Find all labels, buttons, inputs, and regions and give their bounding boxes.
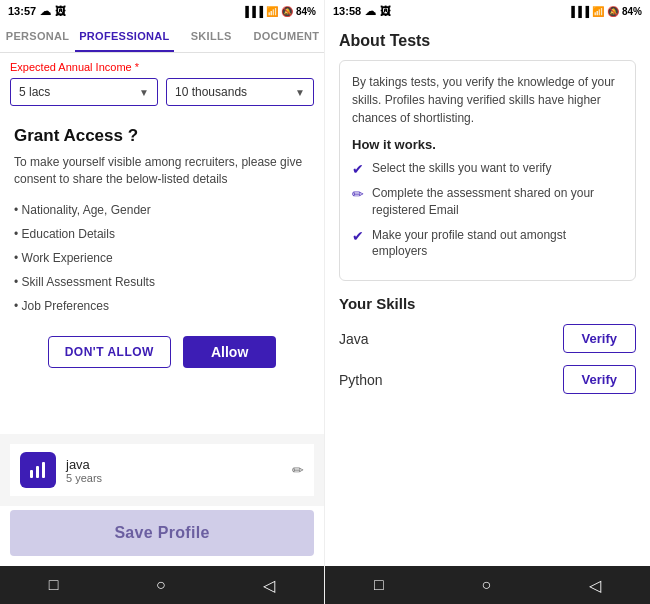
bottom-nav-left: □ ○ ◁ xyxy=(0,566,324,604)
income-row: 5 lacs ▼ 10 thousands ▼ xyxy=(10,78,314,106)
about-intro: By takings tests, you verify the knowled… xyxy=(352,73,623,127)
mute-icon-r: 🔕 xyxy=(607,6,619,17)
bottom-nav-right: □ ○ ◁ xyxy=(325,566,650,604)
cloud-icon: ☁ xyxy=(40,5,51,18)
list-item: Job Preferences xyxy=(14,294,310,318)
check-icon-1: ✔ xyxy=(352,161,364,177)
save-profile-button[interactable]: Save Profile xyxy=(10,510,314,556)
photo-icon: 🖼 xyxy=(55,5,66,17)
income-label: Expected Annual Income * xyxy=(10,61,314,73)
list-item: Skill Assessment Results xyxy=(14,270,310,294)
svg-rect-2 xyxy=(42,462,45,478)
verify-java-button[interactable]: Verify xyxy=(563,324,636,353)
verify-python-button[interactable]: Verify xyxy=(563,365,636,394)
step-text-1: Select the skills you want to verify xyxy=(372,160,551,177)
thousands-select[interactable]: 10 thousands ▼ xyxy=(166,78,314,106)
battery-icon: 84% xyxy=(296,6,316,17)
circle-nav-icon[interactable]: ○ xyxy=(156,576,166,594)
time-right: 13:58 xyxy=(333,5,361,17)
cloud-icon-r: ☁ xyxy=(365,5,376,18)
skill-name-python: Python xyxy=(339,372,383,388)
job-card-area: java 5 years ✏ xyxy=(0,434,324,506)
job-info: java 5 years xyxy=(66,457,282,484)
skill-name-java: Java xyxy=(339,331,369,347)
how-it-works-title: How it works. xyxy=(352,137,623,152)
circle-nav-icon-r[interactable]: ○ xyxy=(481,576,491,594)
right-panel: 13:58 ☁ 🖼 ▐▐▐ 📶 🔕 84% About Tests By tak… xyxy=(325,0,650,604)
back-nav-icon[interactable]: ◁ xyxy=(263,576,275,595)
square-nav-icon[interactable]: □ xyxy=(49,576,59,594)
skills-title: Your Skills xyxy=(339,295,636,312)
job-years: 5 years xyxy=(66,472,282,484)
job-icon xyxy=(20,452,56,488)
allow-button[interactable]: Allow xyxy=(183,336,276,368)
grant-list: Nationality, Age, Gender Education Detai… xyxy=(14,198,310,318)
svg-rect-0 xyxy=(30,470,33,478)
list-item: Education Details xyxy=(14,222,310,246)
left-panel: 13:57 ☁ 🖼 ▐▐▐ 📶 🔕 84% PERSONAL PROFESSIO… xyxy=(0,0,325,604)
step-1: ✔ Select the skills you want to verify xyxy=(352,160,623,177)
skill-row-python: Python Verify xyxy=(339,365,636,394)
job-card: java 5 years ✏ xyxy=(10,444,314,496)
grant-buttons: DON'T ALLOW Allow xyxy=(14,336,310,368)
grant-title: Grant Access ? xyxy=(14,126,310,146)
check-icon-3: ✔ xyxy=(352,228,364,244)
status-bar-left: 13:57 ☁ 🖼 ▐▐▐ 📶 🔕 84% xyxy=(0,0,324,22)
income-section: Expected Annual Income * 5 lacs ▼ 10 tho… xyxy=(0,53,324,112)
wifi-icon: 📶 xyxy=(266,6,278,17)
wifi-icon-r: 📶 xyxy=(592,6,604,17)
lacs-select[interactable]: 5 lacs ▼ xyxy=(10,78,158,106)
photo-icon-r: 🖼 xyxy=(380,5,391,17)
signal-icon-r: ▐▐▐ xyxy=(568,6,589,17)
svg-rect-1 xyxy=(36,466,39,478)
skill-row-java: Java Verify xyxy=(339,324,636,353)
tab-bar-left: PERSONAL PROFESSIONAL SKILLS DOCUMENT xyxy=(0,22,324,53)
status-bar-right: 13:58 ☁ 🖼 ▐▐▐ 📶 🔕 84% xyxy=(325,0,650,22)
tab-personal[interactable]: PERSONAL xyxy=(0,22,75,52)
thousands-arrow-icon: ▼ xyxy=(295,87,305,98)
tab-professional[interactable]: PROFESSIONAL xyxy=(75,22,173,52)
status-icons-left: ▐▐▐ 📶 🔕 84% xyxy=(242,6,316,17)
square-nav-icon-r[interactable]: □ xyxy=(374,576,384,594)
list-item: Nationality, Age, Gender xyxy=(14,198,310,222)
step-2: ✏ Complete the assessment shared on your… xyxy=(352,185,623,219)
mute-icon: 🔕 xyxy=(281,6,293,17)
grant-access-modal: Grant Access ? To make yourself visible … xyxy=(0,112,324,378)
tab-document[interactable]: DOCUMENT xyxy=(249,22,324,52)
job-title: java xyxy=(66,457,282,472)
signal-icon: ▐▐▐ xyxy=(242,6,263,17)
tab-skills[interactable]: SKILLS xyxy=(174,22,249,52)
step-3: ✔ Make your profile stand out amongst em… xyxy=(352,227,623,261)
edit-icon[interactable]: ✏ xyxy=(292,462,304,478)
dont-allow-button[interactable]: DON'T ALLOW xyxy=(48,336,171,368)
lacs-arrow-icon: ▼ xyxy=(139,87,149,98)
status-time-left: 13:57 ☁ 🖼 xyxy=(8,5,66,18)
grant-description: To make yourself visible among recruiter… xyxy=(14,154,310,188)
status-time-right: 13:58 ☁ 🖼 xyxy=(333,5,391,18)
about-title: About Tests xyxy=(339,32,636,50)
list-item: Work Experience xyxy=(14,246,310,270)
back-nav-icon-r[interactable]: ◁ xyxy=(589,576,601,595)
time-left: 13:57 xyxy=(8,5,36,17)
step-text-3: Make your profile stand out amongst empl… xyxy=(372,227,623,261)
step-text-2: Complete the assessment shared on your r… xyxy=(372,185,623,219)
battery-icon-r: 84% xyxy=(622,6,642,17)
left-panel-content: Expected Annual Income * 5 lacs ▼ 10 tho… xyxy=(0,53,324,566)
right-panel-content: About Tests By takings tests, you verify… xyxy=(325,22,650,566)
status-icons-right: ▐▐▐ 📶 🔕 84% xyxy=(568,6,642,17)
pencil-icon-2: ✏ xyxy=(352,186,364,202)
about-box: By takings tests, you verify the knowled… xyxy=(339,60,636,281)
